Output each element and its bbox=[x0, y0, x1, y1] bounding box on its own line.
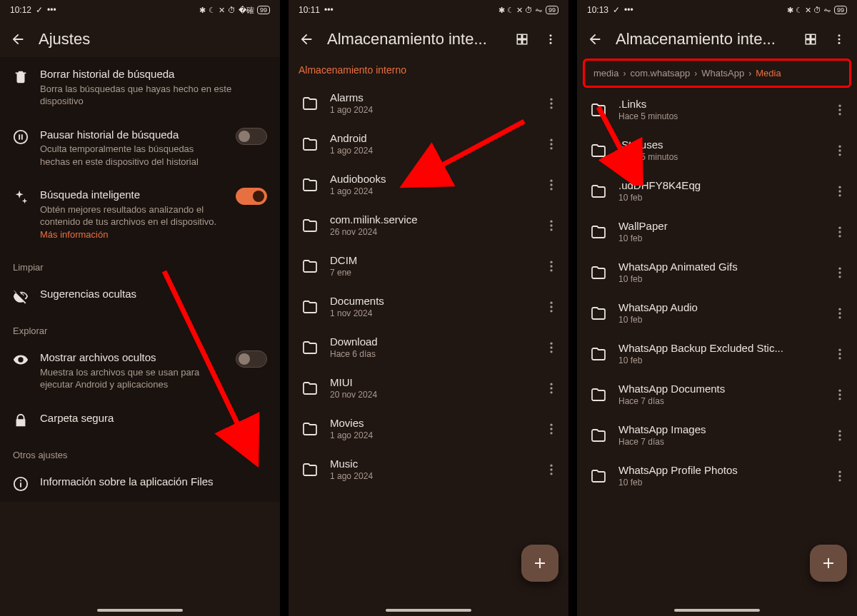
svg-point-50 bbox=[838, 186, 841, 188]
svg-point-52 bbox=[838, 194, 841, 196]
folder-row[interactable]: DownloadHace 6 días bbox=[289, 327, 568, 368]
status-bar: 10:12 ✓ ••• ✱ ☾ ✕ ⏱ �確 99 bbox=[0, 0, 280, 20]
nav-pill[interactable] bbox=[97, 609, 183, 612]
more-icon[interactable] bbox=[831, 31, 847, 47]
row-more-icon[interactable] bbox=[833, 184, 847, 198]
back-icon[interactable] bbox=[299, 31, 314, 47]
breadcrumb-path[interactable]: media› com.whatsapp› WhatsApp› Media bbox=[585, 61, 849, 86]
row-more-icon[interactable] bbox=[544, 96, 558, 111]
crumb-seg[interactable]: com.whatsapp bbox=[630, 68, 690, 79]
row-pause-history[interactable]: Pausar historial de búsqueda Oculta temp… bbox=[0, 118, 280, 178]
row-more-icon[interactable] bbox=[833, 388, 847, 402]
folder-row[interactable]: .StatusesHace 5 minutos bbox=[577, 130, 857, 171]
folder-row[interactable]: MIUI20 nov 2024 bbox=[289, 368, 568, 408]
folder-row[interactable]: WhatsApp DocumentsHace 7 días bbox=[577, 374, 857, 415]
back-icon[interactable] bbox=[587, 31, 603, 47]
row-title: Mostrar archivos ocultos bbox=[40, 350, 224, 365]
folder-icon bbox=[301, 95, 319, 112]
row-more-icon[interactable] bbox=[833, 225, 847, 239]
folder-row[interactable]: .udDHFY8K4Eqg10 feb bbox=[577, 171, 857, 211]
folder-row[interactable]: Documents1 nov 2024 bbox=[289, 286, 568, 327]
crumb-seg[interactable]: media bbox=[593, 68, 618, 79]
folder-icon bbox=[590, 101, 607, 118]
folder-row[interactable]: Android1 ago 2024 bbox=[289, 123, 568, 164]
row-more-icon[interactable] bbox=[544, 381, 558, 395]
more-icon[interactable] bbox=[543, 31, 558, 47]
folder-row[interactable]: Movies1 ago 2024 bbox=[289, 408, 568, 449]
folder-date: Hace 5 minutos bbox=[618, 152, 821, 162]
folder-name: WallPaper bbox=[618, 220, 821, 232]
row-more-icon[interactable] bbox=[833, 469, 847, 483]
toggle-smart[interactable] bbox=[236, 188, 267, 205]
svg-point-42 bbox=[838, 39, 841, 41]
row-more-icon[interactable] bbox=[544, 300, 558, 314]
row-app-info[interactable]: Información sobre la aplicación Files bbox=[0, 465, 280, 502]
row-more-icon[interactable] bbox=[833, 103, 847, 117]
row-more-icon[interactable] bbox=[833, 347, 847, 361]
folder-row[interactable]: Music1 ago 2024 bbox=[289, 449, 568, 490]
folder-row[interactable]: Alarms1 ago 2024 bbox=[289, 83, 568, 123]
row-secure-folder[interactable]: Carpeta segura bbox=[0, 401, 280, 438]
row-more-icon[interactable] bbox=[833, 428, 847, 443]
row-smart-search[interactable]: Búsqueda inteligente Obtén mejores resul… bbox=[0, 178, 280, 251]
appbar-title: Almacenamiento inte... bbox=[616, 30, 790, 49]
folder-row[interactable]: Audiobooks1 ago 2024 bbox=[289, 164, 568, 205]
row-more-icon[interactable] bbox=[833, 266, 847, 280]
folder-row[interactable]: WhatsApp Audio10 feb bbox=[577, 293, 857, 333]
nav-pill[interactable] bbox=[674, 609, 760, 612]
folder-name: WhatsApp Audio bbox=[618, 301, 821, 313]
back-icon[interactable] bbox=[10, 31, 26, 47]
svg-rect-4 bbox=[20, 483, 21, 487]
svg-point-72 bbox=[838, 475, 841, 477]
fab-add[interactable] bbox=[521, 545, 558, 582]
row-more-icon[interactable] bbox=[544, 259, 558, 273]
toggle-pause[interactable] bbox=[236, 128, 267, 145]
row-more-icon[interactable] bbox=[544, 463, 558, 477]
folder-row[interactable]: WhatsApp ImagesHace 7 días bbox=[577, 415, 857, 455]
folder-row[interactable]: WhatsApp Backup Excluded Stic...10 feb bbox=[577, 333, 857, 374]
row-hidden-suggestions[interactable]: Sugerencias ocultas bbox=[0, 277, 280, 314]
folder-date: 20 nov 2024 bbox=[330, 390, 533, 400]
row-show-hidden[interactable]: Mostrar archivos ocultos Muestra los arc… bbox=[0, 340, 280, 401]
folder-date: Hace 5 minutos bbox=[618, 111, 821, 121]
row-clear-history[interactable]: Borrar historial de búsqueda Borra las b… bbox=[0, 57, 280, 118]
row-more-icon[interactable] bbox=[544, 137, 558, 151]
fab-add[interactable] bbox=[810, 545, 847, 582]
status-time: 10:11 bbox=[299, 5, 320, 15]
row-more-icon[interactable] bbox=[544, 340, 558, 355]
folder-row[interactable]: WallPaper10 feb bbox=[577, 211, 857, 252]
folder-date: 10 feb bbox=[618, 478, 821, 488]
more-info-link[interactable]: Más información bbox=[40, 229, 108, 240]
folder-date: 1 nov 2024 bbox=[330, 308, 533, 318]
svg-point-48 bbox=[838, 149, 841, 151]
row-more-icon[interactable] bbox=[833, 143, 847, 158]
row-more-icon[interactable] bbox=[544, 178, 558, 192]
crumb-seg[interactable]: WhatsApp bbox=[701, 68, 744, 79]
check-icon: ✓ bbox=[36, 5, 43, 15]
folder-row[interactable]: WhatsApp Animated Gifs10 feb bbox=[577, 252, 857, 293]
toggle-hidden-files[interactable] bbox=[236, 350, 267, 368]
row-more-icon[interactable] bbox=[544, 422, 558, 436]
row-more-icon[interactable] bbox=[833, 306, 847, 320]
grid-icon[interactable] bbox=[803, 31, 818, 47]
breadcrumb-root[interactable]: Almacenamiento interno bbox=[289, 57, 568, 83]
row-more-icon[interactable] bbox=[544, 218, 558, 233]
folder-name: WhatsApp Documents bbox=[618, 383, 821, 395]
folder-row[interactable]: WhatsApp Profile Photos10 feb bbox=[577, 455, 857, 496]
svg-point-69 bbox=[838, 434, 841, 436]
folder-row[interactable]: .LinksHace 5 minutos bbox=[577, 89, 857, 130]
folder-name: DCIM bbox=[330, 254, 533, 266]
bluetooth-icon: ✱ bbox=[199, 6, 206, 15]
svg-point-45 bbox=[838, 108, 841, 111]
svg-point-18 bbox=[550, 188, 552, 190]
folder-name: Documents bbox=[330, 295, 533, 307]
nav-pill[interactable] bbox=[386, 609, 471, 612]
folder-row[interactable]: com.milink.service26 nov 2024 bbox=[289, 205, 568, 246]
folder-row[interactable]: DCIM7 ene bbox=[289, 246, 568, 286]
eye-off-icon bbox=[13, 288, 29, 304]
grid-icon[interactable] bbox=[514, 31, 530, 47]
crumb-seg-current[interactable]: Media bbox=[756, 68, 781, 79]
status-time: 10:13 bbox=[587, 5, 608, 15]
folder-date: 10 feb bbox=[618, 315, 821, 325]
svg-point-55 bbox=[838, 235, 841, 237]
